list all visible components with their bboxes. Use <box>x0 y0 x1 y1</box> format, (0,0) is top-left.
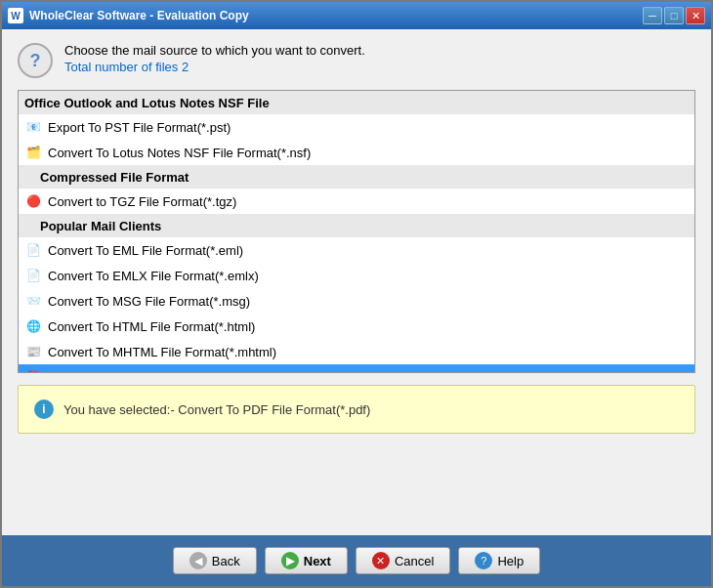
back-button[interactable]: ◀ Back <box>173 547 257 574</box>
cancel-label: Cancel <box>395 554 434 568</box>
minimize-button[interactable]: ─ <box>643 7 662 24</box>
next-label: Next <box>304 554 331 568</box>
status-icon: i <box>34 399 54 419</box>
format-list[interactable]: Office Outlook and Lotus Notes NSF File📧… <box>19 91 694 372</box>
back-label: Back <box>212 554 240 568</box>
help-button[interactable]: ? Help <box>458 547 540 574</box>
next-button[interactable]: ▶ Next <box>265 547 348 574</box>
header-question: Choose the mail source to which you want… <box>64 43 365 58</box>
item-label: Convert to TGZ File Format(*.tgz) <box>48 194 236 209</box>
back-icon: ◀ <box>189 552 207 569</box>
status-text: You have selected:- Convert To PDF File … <box>63 402 370 417</box>
item-label: Compressed File Format <box>40 170 189 185</box>
eml-icon: 📄 <box>24 241 42 259</box>
help-icon: ? <box>475 552 492 569</box>
header-icon: ? <box>18 43 53 78</box>
item-label: Convert To MHTML File Format(*.mhtml) <box>48 345 276 359</box>
html-icon: 🌐 <box>24 317 42 335</box>
list-item[interactable]: 📄Convert To EMLX File Format(*.emlx) <box>19 263 694 288</box>
item-label: Convert To PDF File Format(*.pdf) <box>48 370 240 373</box>
list-item[interactable]: 📕Convert To PDF File Format(*.pdf) <box>19 364 694 372</box>
item-label: Convert To EML File Format(*.eml) <box>48 243 243 258</box>
list-item: Compressed File Format <box>19 165 694 189</box>
list-item[interactable]: 📄Convert To EML File Format(*.eml) <box>19 237 694 263</box>
list-item[interactable]: 🗂️Convert To Lotus Notes NSF File Format… <box>19 140 694 165</box>
header-section: ? Choose the mail source to which you wa… <box>18 43 695 78</box>
format-list-container: Office Outlook and Lotus Notes NSF File📧… <box>18 90 695 373</box>
main-window: W WholeClear Software - Evaluation Copy … <box>0 0 713 588</box>
header-text: Choose the mail source to which you want… <box>64 43 365 74</box>
mhtml-icon: 📰 <box>24 343 42 360</box>
list-item: Popular Mail Clients <box>19 214 694 237</box>
list-item[interactable]: 📨Convert To MSG File Format(*.msg) <box>19 288 694 314</box>
app-icon: W <box>8 8 23 23</box>
msg-icon: 📨 <box>24 292 42 310</box>
pst-icon: 📧 <box>24 118 42 136</box>
list-item: Office Outlook and Lotus Notes NSF File <box>19 91 694 114</box>
title-bar-left: W WholeClear Software - Evaluation Copy <box>8 8 249 23</box>
next-icon: ▶ <box>281 552 299 569</box>
maximize-button[interactable]: □ <box>664 7 684 24</box>
list-item[interactable]: 📧Export To PST File Format(*.pst) <box>19 114 694 140</box>
cancel-button[interactable]: ✕ Cancel <box>356 547 450 574</box>
item-label: Export To PST File Format(*.pst) <box>48 120 231 135</box>
title-controls: ─ □ ✕ <box>643 7 705 24</box>
status-box: i You have selected:- Convert To PDF Fil… <box>18 385 695 434</box>
close-button[interactable]: ✕ <box>686 7 705 24</box>
content-area: ? Choose the mail source to which you wa… <box>2 29 711 535</box>
list-item[interactable]: 📰Convert To MHTML File Format(*.mhtml) <box>19 339 694 364</box>
item-label: Convert To EMLX File Format(*.emlx) <box>48 269 259 283</box>
cancel-icon: ✕ <box>372 552 390 569</box>
emlx-icon: 📄 <box>24 267 42 284</box>
list-item[interactable]: 🌐Convert To HTML File Format(*.html) <box>19 314 694 339</box>
title-bar: W WholeClear Software - Evaluation Copy … <box>2 2 711 29</box>
item-label: Office Outlook and Lotus Notes NSF File <box>24 96 270 110</box>
item-label: Convert To HTML File Format(*.html) <box>48 319 255 334</box>
tgz-icon: 🔴 <box>24 192 42 210</box>
item-label: Convert To Lotus Notes NSF File Format(*… <box>48 146 311 160</box>
item-label: Popular Mail Clients <box>40 219 161 233</box>
nsf-icon: 🗂️ <box>24 144 42 161</box>
item-label: Convert To MSG File Format(*.msg) <box>48 294 250 309</box>
file-count: Total number of files 2 <box>64 60 365 74</box>
help-label: Help <box>497 554 524 568</box>
window-title: WholeClear Software - Evaluation Copy <box>29 9 249 22</box>
pdf-icon: 📕 <box>24 368 42 372</box>
footer: ◀ Back ▶ Next ✕ Cancel ? Help <box>2 535 711 586</box>
list-item[interactable]: 🔴Convert to TGZ File Format(*.tgz) <box>19 189 694 214</box>
